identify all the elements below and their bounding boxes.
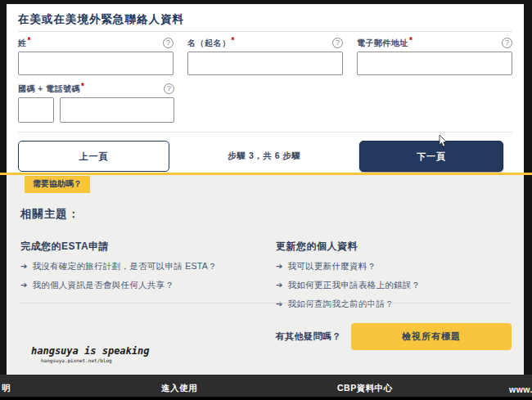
emergency-contact-section: 在美或在美境外緊急聯絡人資料 姓 * ? 名（起名） * [7,4,524,173]
help-icon[interactable]: ? [164,83,174,94]
list-item: ➔ 我如何更正我申請表格上的錯誤？ [276,280,510,291]
arrow-right-icon: ➔ [276,299,282,308]
help-icon[interactable]: ? [502,38,512,48]
help-divider [20,303,512,303]
list-item: ➔ 我如何查詢我之前的申請？ [276,299,510,310]
watermark-url: hangsuya.pixnet.net/blog [41,357,150,363]
last-name-input[interactable] [18,52,174,75]
contact-fields-row: 姓 * ? 名（起名） * ? [18,35,512,75]
section-title: 在美或在美境外緊急聯絡人資料 [18,12,512,32]
topic-columns: 完成您的ESTA申請 ➔ 我沒有確定的旅行計劃，是否可以申請 ESTA？ ➔ 我… [20,240,510,310]
footer-link-cbp-info-center[interactable]: CBP資料中心 [337,383,393,394]
help-icon[interactable]: ? [332,38,343,48]
faq-link[interactable]: 我如何更正我申請表格上的錯誤？ [287,280,420,291]
arrow-right-icon: ➔ [20,281,27,290]
next-page-button[interactable]: 下一頁 [359,141,503,172]
watermark-text: hangsuya is speaking [31,345,150,357]
footer-bar: 明 進入使用 CBP資料中心 www.c [0,375,532,397]
view-all-topics-button[interactable]: 檢視所有標題 [351,323,512,350]
list-item: ➔ 我可以更新什麼資料？ [276,261,510,272]
faq-link[interactable]: 我沒有確定的旅行計劃，是否可以申請 ESTA？ [32,261,216,272]
first-name-input[interactable] [187,52,343,75]
faq-link[interactable]: 我如何查詢我之前的申請？ [287,299,394,310]
phone-label: 國碼 + 電話號碼 [18,83,80,95]
topic-heading: 完成您的ESTA申請 [20,240,276,254]
more-questions-row: 有其他疑問嗎？ 檢視所有標題 [276,323,512,350]
field-email: 電子郵件地址 * ? [357,35,512,75]
topic-heading: 更新您的個人資料 [276,240,510,254]
field-last-name: 姓 * ? [18,35,174,75]
arrow-right-icon: ➔ [276,281,282,290]
faq-link[interactable]: 我可以更新什麼資料？ [287,261,376,272]
field-first-name: 名（起名） * ? [187,35,343,75]
watermark: hangsuya is speaking hangsuya.pixnet.net… [31,345,150,363]
related-topics-title: 相關主題： [20,207,510,222]
more-questions-text: 有其他疑問嗎？ [276,330,342,343]
footer-link-url[interactable]: www.c [509,384,532,394]
country-code-input[interactable] [18,97,54,123]
previous-page-button[interactable]: 上一頁 [18,141,169,172]
footer-link-statement[interactable]: 明 [2,383,11,394]
need-help-tab[interactable]: 需要協助嗎？ [25,176,90,193]
required-asterisk: * [232,38,235,44]
step-indicator: 步驟 3，共 6 步驟 [169,151,359,162]
list-item: ➔ 我沒有確定的旅行計劃，是否可以申請 ESTA？ [20,261,276,272]
arrow-right-icon: ➔ [20,262,27,271]
required-asterisk: * [81,83,84,90]
topic-group-complete-esta: 完成您的ESTA申請 ➔ 我沒有確定的旅行計劃，是否可以申請 ESTA？ ➔ 我… [20,240,276,310]
arrow-right-icon: ➔ [276,262,282,271]
field-phone: 國碼 + 電話號碼 * ? [18,83,174,123]
footer-bottom-strip [0,397,532,400]
footer-link-accessibility[interactable]: 進入使用 [161,383,197,394]
last-name-label: 姓 [18,38,27,49]
required-asterisk: * [28,38,31,44]
email-input[interactable] [357,52,512,75]
first-name-label: 名（起名） [187,38,231,49]
step-navigation: 上一頁 步驟 3，共 6 步驟 下一頁 [18,141,512,172]
list-item: ➔ 我的個人資訊是否會與任何人共享？ [20,280,276,291]
topic-group-update-info: 更新您的個人資料 ➔ 我可以更新什麼資料？ ➔ 我如何更正我申請表格上的錯誤？ … [276,240,510,310]
esta-application-page: 在美或在美境外緊急聯絡人資料 姓 * ? 名（起名） * [0,0,532,400]
faq-link[interactable]: 我的個人資訊是否會與任何人共享？ [32,280,174,291]
form-divider [18,132,512,133]
email-label: 電子郵件地址 [357,38,408,49]
help-icon[interactable]: ? [163,38,174,48]
required-asterisk: * [409,38,413,44]
phone-number-input[interactable] [60,97,174,123]
